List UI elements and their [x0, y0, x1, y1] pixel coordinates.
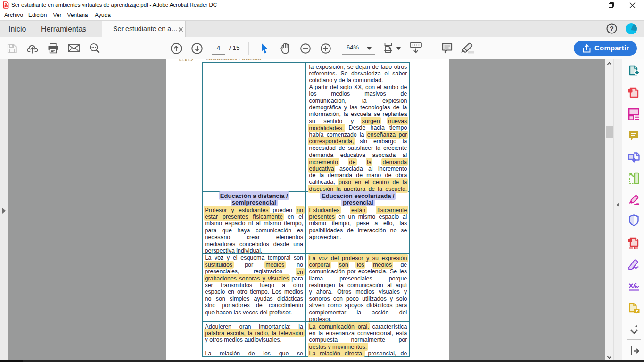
svg-text:?: ? [610, 25, 614, 33]
